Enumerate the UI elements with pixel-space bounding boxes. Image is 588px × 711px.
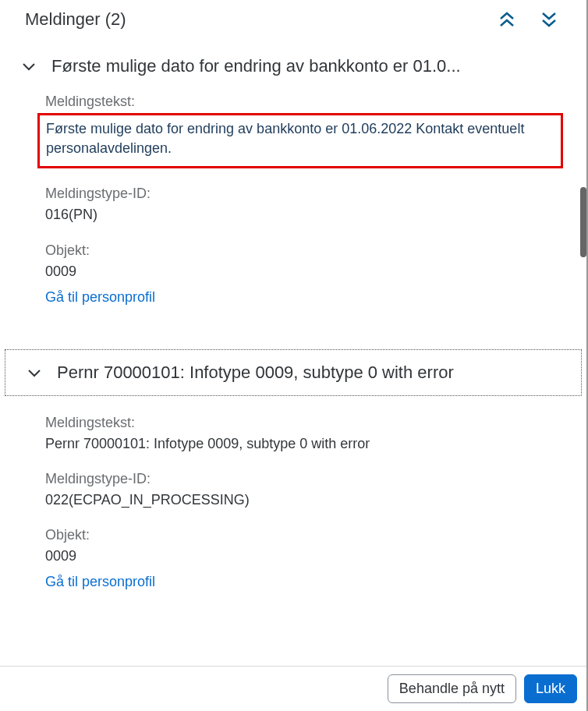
scrollbar-thumb[interactable]	[580, 187, 586, 257]
field-value-type: 022(ECPAO_IN_PROCESSING)	[45, 490, 569, 510]
field-label-object: Objekt:	[45, 242, 569, 259]
field-label-text: Meldingstekst:	[45, 415, 569, 431]
field-label-text: Meldingstekst:	[45, 94, 569, 110]
message-title: Første mulige dato for endring av bankko…	[51, 56, 569, 76]
field-label-object: Objekt:	[45, 527, 569, 543]
header-controls	[494, 8, 561, 31]
collapse-all-button[interactable]	[494, 8, 519, 31]
panel-title: Meldinger (2)	[25, 9, 126, 30]
field-value-object: 0009	[45, 262, 569, 281]
field-value-object: 0009	[45, 547, 569, 566]
field-label-type: Meldingstype-ID:	[45, 471, 569, 487]
retry-button[interactable]: Behandle på nytt	[388, 674, 516, 703]
message-body: Meldingstekst: Pernr 70000101: Infotype …	[0, 396, 586, 613]
double-chevron-up-icon	[498, 11, 516, 28]
message-item: Pernr 70000101: Infotype 0009, subtype 0…	[0, 349, 586, 613]
field-label-type: Meldingstype-ID:	[45, 186, 569, 202]
collapse-button[interactable]	[20, 59, 37, 73]
close-button[interactable]: Lukk	[524, 674, 577, 703]
person-profile-link[interactable]: Gå til personprofil	[45, 574, 155, 590]
field-value-text: Pernr 70000101: Infotype 0009, subtype 0…	[45, 434, 569, 454]
message-title: Pernr 70000101: Infotype 0009, subtype 0…	[57, 363, 564, 383]
message-header[interactable]: Pernr 70000101: Infotype 0009, subtype 0…	[5, 349, 582, 396]
field-value-text: Første mulige dato for endring av bankko…	[37, 113, 563, 168]
dialog-footer: Behandle på nytt Lukk	[0, 666, 586, 711]
message-body: Meldingstekst: Første mulige dato for en…	[0, 89, 586, 327]
person-profile-link[interactable]: Gå til personprofil	[45, 289, 155, 306]
collapse-button[interactable]	[26, 366, 43, 380]
chevron-down-icon	[22, 61, 36, 72]
panel-header: Meldinger (2)	[0, 0, 586, 44]
field-value-type: 016(PN)	[45, 205, 569, 225]
expand-all-button[interactable]	[537, 8, 561, 31]
message-header[interactable]: Første mulige dato for endring av bankko…	[0, 44, 586, 89]
chevron-down-icon	[27, 367, 41, 378]
double-chevron-down-icon	[540, 11, 558, 28]
message-item: Første mulige dato for endring av bankko…	[0, 44, 586, 327]
